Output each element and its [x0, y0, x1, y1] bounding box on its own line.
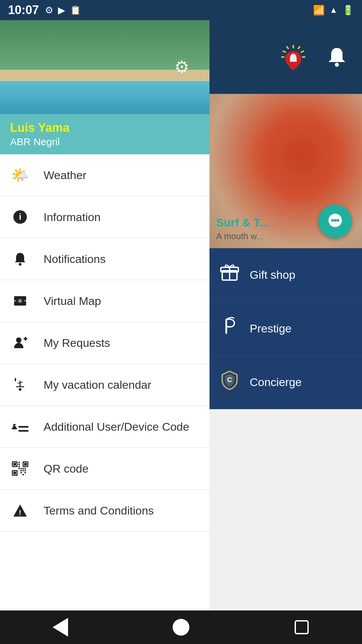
sidebar-hero-image: ⚙	[0, 20, 209, 114]
svg-text:!: !	[19, 508, 21, 517]
play-status-icon: ▶	[58, 5, 65, 16]
recent-button[interactable]	[288, 614, 315, 641]
terms-warning-icon: !	[10, 500, 30, 521]
svg-rect-28	[18, 462, 20, 463]
svg-rect-40	[24, 472, 26, 473]
sidebar-item-my-requests[interactable]: My Requests	[0, 322, 209, 364]
status-left: 10:07 ⚙ ▶ 📋	[8, 3, 81, 17]
sidebar-drawer: ⚙ Luis Yama ABR Negril 🌤️ Weather i Info…	[0, 20, 209, 610]
gift-shop-icon	[220, 263, 240, 287]
svg-rect-21	[18, 430, 28, 432]
svg-point-57	[337, 219, 339, 222]
settings-gear-icon[interactable]: ⚙	[174, 57, 189, 77]
prestige-icon	[220, 316, 240, 341]
sidebar-item-label-additional-user: Additional User/Device Code	[44, 420, 189, 433]
additional-user-icon	[10, 417, 30, 437]
svg-rect-17	[12, 428, 17, 429]
svg-rect-35	[20, 470, 22, 471]
sidebar-item-vacation-calendar[interactable]: My vacation calendar	[0, 364, 209, 406]
gift-shop-button[interactable]: Gift shop	[209, 248, 362, 302]
svg-point-13	[19, 388, 21, 391]
svg-point-53	[335, 63, 339, 67]
gift-shop-label: Gift shop	[250, 268, 295, 281]
settings-status-icon: ⚙	[45, 5, 53, 16]
svg-point-4	[18, 299, 22, 303]
chat-fab-button[interactable]	[318, 205, 352, 238]
notifications-bell-icon	[10, 249, 30, 269]
svg-rect-25	[24, 463, 27, 466]
svg-rect-32	[20, 468, 22, 469]
prestige-label: Prestige	[250, 322, 292, 335]
alarm-button[interactable]	[278, 42, 308, 72]
svg-rect-20	[18, 426, 28, 428]
svg-rect-31	[18, 468, 20, 469]
navigation-bar	[0, 610, 362, 644]
my-requests-icon	[10, 333, 30, 353]
right-panel: Surf & T... A mouth w... Gift sh	[209, 20, 362, 610]
right-panel-header	[209, 20, 362, 94]
wifi-status-icon: 📶	[313, 5, 325, 16]
back-arrow-icon	[53, 618, 68, 637]
svg-line-48	[283, 51, 286, 52]
svg-line-44	[298, 46, 300, 49]
content-card-image: Surf & T... A mouth w...	[209, 94, 362, 248]
svg-point-55	[331, 219, 334, 222]
sidebar-item-virtual-map[interactable]: Virtual Map	[0, 280, 209, 322]
svg-point-2	[19, 263, 21, 266]
concierge-icon: C	[220, 370, 240, 395]
svg-rect-29	[18, 464, 20, 465]
vacation-calendar-icon	[10, 375, 30, 395]
svg-rect-39	[22, 474, 24, 475]
prestige-button[interactable]: Prestige	[209, 302, 362, 356]
qr-code-icon	[10, 459, 30, 479]
status-app-icons: ⚙ ▶ 📋	[45, 5, 81, 16]
user-location: ABR Negril	[10, 136, 199, 148]
svg-rect-10	[15, 378, 16, 381]
status-time: 10:07	[8, 3, 39, 17]
user-name: Luis Yama	[10, 121, 199, 135]
status-bar: 10:07 ⚙ ▶ 📋 📶 ▲ 🔋	[0, 0, 362, 20]
hero-ocean	[0, 81, 209, 114]
svg-rect-38	[20, 472, 22, 473]
home-circle-icon	[173, 619, 189, 636]
recent-square-icon	[295, 620, 309, 634]
svg-point-52	[292, 67, 295, 70]
sidebar-item-additional-user[interactable]: Additional User/Device Code	[0, 406, 209, 448]
svg-rect-37	[24, 470, 26, 471]
svg-point-56	[334, 219, 337, 222]
concierge-label: Concierge	[250, 376, 302, 389]
notification-bell-button[interactable]	[322, 42, 352, 72]
sidebar-item-label-terms: Terms and Conditions	[44, 504, 154, 517]
concierge-button[interactable]: C Concierge	[209, 356, 362, 409]
svg-line-47	[287, 46, 289, 49]
information-icon: i	[10, 207, 30, 227]
signal-status-icon: ▲	[329, 5, 338, 15]
svg-rect-33	[22, 468, 24, 469]
sidebar-item-label-notifications: Notifications	[44, 253, 106, 266]
sidebar-item-qr-code[interactable]: QR code	[0, 448, 209, 490]
sidebar-item-information[interactable]: i Information	[0, 196, 209, 238]
svg-text:C: C	[227, 376, 232, 383]
sidebar-item-weather[interactable]: 🌤️ Weather	[0, 154, 209, 196]
sidebar-item-label-my-requests: My Requests	[44, 336, 110, 350]
sidebar-item-label-qr-code: QR code	[44, 462, 88, 475]
svg-rect-36	[22, 470, 24, 471]
content-subtitle: A mouth w...	[216, 231, 269, 241]
svg-rect-30	[18, 466, 20, 467]
weather-icon: 🌤️	[10, 165, 30, 185]
svg-rect-23	[13, 463, 16, 466]
sidebar-item-label-virtual-map: Virtual Map	[44, 294, 101, 308]
content-title: Surf & T...	[216, 216, 269, 229]
sidebar-item-label-vacation-calendar: My vacation calendar	[44, 378, 151, 391]
home-button[interactable]	[168, 614, 194, 641]
sidebar-item-label-weather: Weather	[44, 169, 86, 182]
svg-text:i: i	[19, 212, 21, 222]
clipboard-status-icon: 📋	[70, 5, 81, 15]
svg-rect-27	[13, 472, 16, 474]
sidebar-item-notifications[interactable]: Notifications	[0, 238, 209, 280]
back-button[interactable]	[47, 614, 74, 641]
virtual-map-icon	[10, 291, 30, 311]
svg-rect-34	[24, 468, 26, 469]
sidebar-item-terms[interactable]: ! Terms and Conditions	[0, 490, 209, 532]
sidebar-item-label-information: Information	[44, 211, 101, 224]
